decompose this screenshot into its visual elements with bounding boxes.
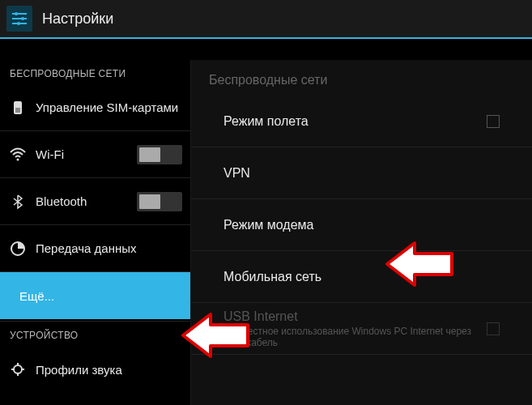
sidebar-item-label: Wi-Fi [36, 147, 129, 161]
setting-item-tether[interactable]: Режим модема [191, 199, 532, 251]
sidebar-item-more[interactable]: Ещё... [0, 272, 190, 319]
setting-item-mobile-network[interactable]: Мобильная сеть [191, 251, 532, 303]
setting-sub-label: Совместное использование Windows PC Inte… [223, 326, 487, 348]
wifi-icon [8, 145, 28, 164]
sidebar-item-data[interactable]: Передача данных [0, 225, 190, 272]
sidebar-item-wifi[interactable]: Wi-Fi [0, 131, 190, 178]
content-header: Беспроводные сети [191, 60, 532, 96]
sidebar-item-sound[interactable]: Профили звука [0, 346, 190, 393]
settings-sliders-icon [6, 6, 32, 32]
setting-item-airplane[interactable]: Режим полета [191, 96, 532, 147]
main-area: БЕСПРОВОДНЫЕ СЕТИ Управление SIM-картами… [0, 60, 532, 405]
usb-checkbox [487, 322, 500, 335]
sim-icon [8, 98, 28, 117]
sidebar-item-bluetooth[interactable]: Bluetooth [0, 178, 190, 225]
svg-rect-7 [15, 108, 20, 113]
setting-label: Режим модема [223, 218, 500, 232]
sidebar: БЕСПРОВОДНЫЕ СЕТИ Управление SIM-картами… [0, 60, 191, 405]
setting-label: USB Internet [223, 309, 487, 324]
sidebar-item-label: Передача данных [36, 241, 182, 255]
page-title: Настройки [42, 11, 113, 28]
sidebar-item-sim[interactable]: Управление SIM-картами [0, 84, 190, 131]
sidebar-section-device: УСТРОЙСТВО [0, 321, 190, 346]
setting-label: VPN [223, 166, 500, 181]
setting-item-vpn[interactable]: VPN [191, 147, 532, 199]
svg-point-8 [17, 158, 19, 160]
setting-item-usb-internet: USB Internet Совместное использование Wi… [191, 303, 532, 355]
setting-label: Режим полета [223, 114, 487, 129]
svg-point-1 [15, 12, 18, 15]
svg-point-3 [21, 17, 24, 20]
svg-point-10 [14, 365, 22, 373]
content-panel: Беспроводные сети Режим полета VPN Режим… [191, 60, 532, 405]
gap [0, 39, 532, 60]
sidebar-item-label: Ещё... [8, 289, 182, 303]
bluetooth-icon [8, 192, 28, 211]
bluetooth-toggle[interactable] [137, 192, 182, 211]
data-usage-icon [8, 239, 28, 258]
sidebar-item-label: Профили звука [36, 363, 182, 377]
sidebar-item-label: Bluetooth [36, 194, 129, 208]
svg-point-5 [17, 22, 20, 25]
sidebar-item-label: Управление SIM-картами [36, 100, 182, 114]
setting-label: Мобильная сеть [223, 270, 500, 284]
sound-icon [8, 360, 28, 379]
airplane-checkbox[interactable] [487, 115, 500, 128]
wifi-toggle[interactable] [137, 145, 182, 164]
titlebar: Настройки [0, 0, 532, 39]
sidebar-section-wireless: БЕСПРОВОДНЫЕ СЕТИ [0, 60, 190, 84]
